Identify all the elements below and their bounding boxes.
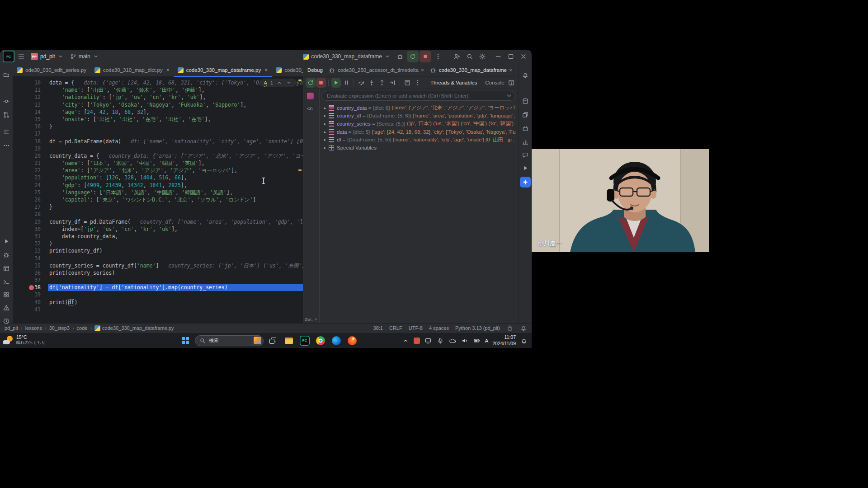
- code-line[interactable]: 39: [13, 291, 303, 298]
- line-number[interactable]: 37: [13, 277, 48, 284]
- evaluate-expression-input[interactable]: Evaluate expression (Enter) or add a wat…: [321, 91, 515, 101]
- code-line[interactable]: 41: [13, 306, 303, 313]
- step-over-icon[interactable]: [356, 78, 366, 88]
- battery-icon[interactable]: [473, 337, 481, 345]
- more-vert-icon[interactable]: [432, 51, 444, 62]
- code-line[interactable]: 15 'onsite': ['出社', '出社', '在宅', '出社', '在…: [13, 116, 303, 123]
- tree-expand-icon[interactable]: ▸: [321, 130, 329, 134]
- rerun-icon[interactable]: [407, 51, 419, 62]
- line-number[interactable]: 12: [13, 94, 48, 101]
- line-number[interactable]: 35: [13, 262, 48, 269]
- code-line[interactable]: 18df = pd.DataFrame(data) df: ['name', '…: [13, 138, 303, 145]
- chevron-down-icon[interactable]: [505, 92, 513, 100]
- start-button[interactable]: [179, 334, 192, 347]
- chevron-up-icon[interactable]: [276, 80, 283, 86]
- resume-icon[interactable]: [331, 78, 341, 88]
- maximize-icon[interactable]: [505, 51, 517, 62]
- lock-icon[interactable]: [506, 324, 514, 332]
- code-line[interactable]: 26 'capital': ['東京', 'ワシントンD.C.', '北京', …: [13, 196, 303, 203]
- variable-row[interactable]: ▸Special Variables: [321, 144, 515, 152]
- variable-row[interactable]: ▸data = {dict: 5} {'age': [24, 42, 18, 6…: [321, 128, 515, 136]
- line-number[interactable]: 36: [13, 269, 48, 277]
- line-number[interactable]: 33: [13, 247, 48, 254]
- layers-icon[interactable]: [520, 109, 531, 120]
- line-number[interactable]: 17: [13, 130, 48, 137]
- status-item[interactable]: Python 3.13 (pd_plt): [455, 325, 500, 331]
- taskbar-app-edge[interactable]: [330, 334, 343, 347]
- inspections-widget[interactable]: A 1: [260, 79, 296, 87]
- variable-row[interactable]: ▸country_data = {dict: 6} {'area': ['アジア…: [321, 104, 515, 112]
- editor-tab[interactable]: ode30_030_edit_series.py: [13, 63, 90, 77]
- speaker-icon[interactable]: [461, 337, 469, 345]
- editor-tab[interactable]: code30_310_map_dict.py×: [90, 63, 174, 77]
- editor-tab[interactable]: code30_330_map_dataframe.py×: [174, 63, 272, 77]
- line-number[interactable]: 20: [13, 152, 48, 160]
- commit-icon[interactable]: [1, 96, 12, 107]
- evaluate-icon[interactable]: [402, 78, 412, 88]
- code-line[interactable]: 32): [13, 240, 303, 247]
- line-number[interactable]: 11: [13, 86, 48, 94]
- rerun-icon[interactable]: [306, 78, 316, 88]
- line-number[interactable]: 25: [13, 189, 48, 196]
- more-horiz-icon[interactable]: [1, 140, 12, 151]
- services-icon[interactable]: [1, 289, 12, 300]
- status-item[interactable]: 38:1: [373, 325, 383, 331]
- step-out-icon[interactable]: [377, 78, 387, 88]
- search-icon[interactable]: [464, 51, 476, 62]
- code-line[interactable]: 30 index=['jp', 'us', 'cn', 'kr', 'uk'],: [13, 225, 303, 233]
- git-branch-chip[interactable]: main: [67, 52, 102, 61]
- problems-icon[interactable]: [1, 302, 12, 313]
- weather-widget[interactable]: 15°C 晴れのちくもり: [3, 334, 45, 346]
- view-tab[interactable]: Threads & Variables: [430, 80, 477, 85]
- code-line[interactable]: 34: [13, 255, 303, 262]
- tree-expand-icon[interactable]: ▸: [321, 106, 329, 110]
- code-line[interactable]: 11 'name': ['山田', '佐藤', '鈴木', '田中', '伊藤'…: [13, 86, 303, 94]
- taskbar-app-pycharm[interactable]: PC: [298, 334, 311, 347]
- close-tab-icon[interactable]: ×: [264, 67, 268, 73]
- line-number[interactable]: 13: [13, 101, 48, 108]
- chart-icon[interactable]: [520, 136, 531, 147]
- pycharm-logo-icon[interactable]: PC: [3, 51, 14, 62]
- line-number[interactable]: 15: [13, 116, 48, 123]
- hamburger-menu-icon[interactable]: [15, 51, 27, 62]
- line-number[interactable]: 19: [13, 145, 48, 152]
- code-line[interactable]: 10data = { data: {'age': [24, 42, 18, 68…: [13, 79, 303, 86]
- line-number[interactable]: 28: [13, 211, 48, 218]
- code-line[interactable]: 31 data=country_data,: [13, 233, 303, 240]
- close-tab-icon[interactable]: ×: [166, 67, 170, 73]
- code-line[interactable]: 17: [13, 130, 303, 137]
- plugin-icon[interactable]: [520, 123, 531, 134]
- run-icon[interactable]: [1, 236, 12, 247]
- code-line[interactable]: 23 'population': [126, 328, 1404, 516, 6…: [13, 174, 303, 181]
- code-line[interactable]: 25 'language': ['日本語', '英語', '中国語', '韓国語…: [13, 189, 303, 196]
- taskbar-app-firefox[interactable]: [346, 334, 359, 347]
- display-icon[interactable]: [424, 337, 432, 345]
- stop-icon[interactable]: [316, 78, 326, 88]
- line-number[interactable]: 29: [13, 218, 48, 225]
- close-icon[interactable]: [517, 51, 530, 62]
- line-number[interactable]: 40: [13, 299, 48, 306]
- code-line[interactable]: 21 'name': ['日本', '米国', '中国', '韓国', '英国'…: [13, 160, 303, 167]
- minimize-icon[interactable]: [492, 51, 505, 62]
- tree-expand-icon[interactable]: ▸: [321, 145, 329, 150]
- editor-tab[interactable]: code30_040_edit_partly.py×: [272, 63, 303, 77]
- code-line[interactable]: 22 'area': ['アジア', '北米', 'アジア', 'アジア', '…: [13, 167, 303, 174]
- notifications-icon[interactable]: [520, 324, 527, 332]
- code-line[interactable]: 38df['nationality'] = df['nationality'].…: [13, 284, 303, 291]
- pause-icon[interactable]: [341, 78, 351, 88]
- tree-expand-icon[interactable]: ▸: [321, 113, 329, 118]
- taskbar-search[interactable]: 検索: [195, 335, 264, 346]
- close-tab-icon[interactable]: ×: [421, 67, 424, 73]
- line-number[interactable]: 23: [13, 174, 48, 181]
- line-number[interactable]: 27: [13, 203, 48, 211]
- debug-icon[interactable]: [1, 249, 12, 260]
- taskbar-app-explorer[interactable]: [283, 334, 295, 347]
- message-icon[interactable]: [520, 150, 531, 160]
- line-number[interactable]: 30: [13, 225, 48, 233]
- project-chip[interactable]: PP pd_plt: [28, 52, 66, 61]
- variable-row[interactable]: ▸df = {DataFrame: (5, 5)} ['name', 'nati…: [321, 136, 515, 144]
- packages-icon[interactable]: [1, 263, 12, 274]
- close-tab-icon[interactable]: ×: [509, 67, 512, 73]
- folder-icon[interactable]: [1, 70, 12, 80]
- line-number[interactable]: 24: [13, 182, 48, 189]
